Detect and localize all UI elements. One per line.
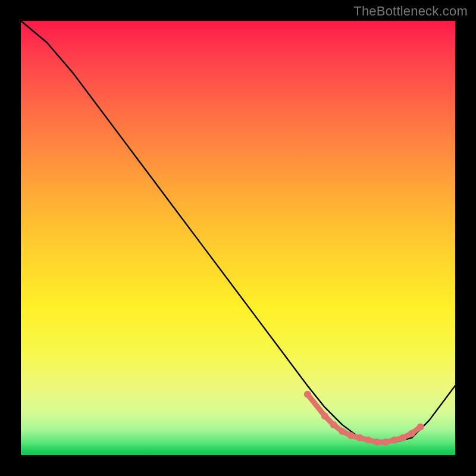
optimal-range-dot	[304, 391, 311, 398]
optimal-range-dot	[374, 439, 381, 446]
plot-area	[21, 21, 455, 455]
optimal-range-dot	[339, 428, 346, 435]
optimal-range-dot	[417, 424, 424, 431]
optimal-range-dot	[365, 437, 372, 444]
optimal-range-dot	[408, 430, 415, 437]
optimal-range-dot	[399, 434, 406, 441]
optimal-range-dot	[347, 432, 355, 439]
watermark-label: TheBottleneck.com	[353, 4, 468, 19]
optimal-range-dot	[356, 434, 363, 441]
optimal-range-dot	[321, 412, 328, 419]
bottleneck-curve-path	[21, 21, 455, 442]
optimal-range-dot	[330, 421, 337, 428]
optimal-range-dot	[382, 439, 389, 446]
chart-svg	[21, 21, 455, 455]
chart-frame: TheBottleneck.com	[0, 0, 476, 476]
optimal-range-dot	[391, 437, 398, 444]
optimal-range-markers	[304, 391, 424, 446]
